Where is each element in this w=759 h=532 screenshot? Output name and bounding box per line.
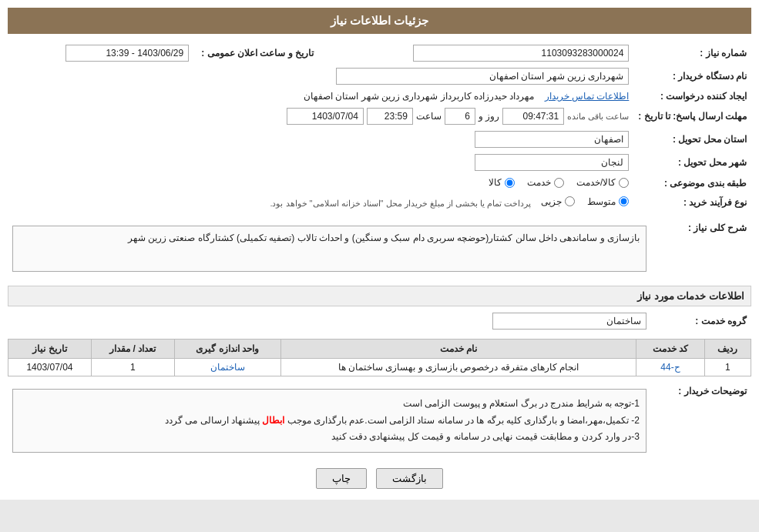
group-input: ساختمان <box>492 313 646 330</box>
cell-row: 1 <box>704 359 751 376</box>
remaining-label: ساعت باقی مانده <box>567 112 629 122</box>
province-value: اصفهان <box>8 128 633 151</box>
days-and-label: روز و <box>479 111 499 122</box>
group-table: گروه خدمت : ساختمان <box>8 309 751 333</box>
buyer-org-value: شهرداری زرین شهر استان اصفهان <box>8 65 633 88</box>
col-name: نام خدمت <box>280 340 636 359</box>
main-info-table: شماره نیاز : 1103093283000024 تاریخ و سا… <box>8 42 751 212</box>
process-radio-jozi[interactable] <box>565 196 575 206</box>
buyer-note-line: 3-در وارد کردن و مطابقت قیمت نهایی در سا… <box>19 429 640 446</box>
description-cell: بازسازی و ساماندهی داخل سالن کشتار(حوضچه… <box>8 218 651 279</box>
cell-date: 1403/07/04 <box>8 359 92 376</box>
col-row: ردیف <box>704 340 751 359</box>
announce-value: 1403/06/29 - 13:39 <box>8 42 193 65</box>
days-value: 6 <box>445 108 475 125</box>
creator-value-cell: اطلاعات تماس خریدار مهرداد حیدرزاده کارب… <box>8 88 633 105</box>
col-code: کد خدمت <box>636 340 705 359</box>
announce-input: 1403/06/29 - 13:39 <box>65 45 189 62</box>
buyer-org-label: نام دستگاه خریدار : <box>633 65 751 88</box>
creator-label: ایجاد کننده درخواست : <box>633 88 751 105</box>
deadline-row: ساعت باقی مانده 09:47:31 روز و 6 ساعت 23… <box>8 105 633 128</box>
group-value-cell: ساختمان <box>8 309 651 333</box>
table-row: 1 ح-44 انجام کارهای متفرقه درخصوص بازساز… <box>8 359 751 376</box>
remaining-time: 09:47:31 <box>502 108 564 125</box>
province-label: استان محل تحویل : <box>633 128 751 151</box>
cell-name: انجام کارهای متفرقه درخصوص بازسازی و بهس… <box>280 359 636 376</box>
group-label: گروه خدمت : <box>651 309 751 333</box>
deadline-date: 1403/07/04 <box>287 108 364 125</box>
city-value: لنجان <box>8 151 633 174</box>
category-option-kala[interactable]: کالا <box>489 177 515 188</box>
announce-label: تاریخ و ساعت اعلان عمومی : <box>193 42 318 65</box>
need-number-input: 1103093283000024 <box>413 45 629 62</box>
page-title: جزئیات اطلاعات نیاز <box>331 14 428 27</box>
buyer-notes-table: توضیحات خریدار : 1-توجه به شرایط مندرج د… <box>8 381 751 460</box>
creator-name: مهرداد حیدرزاده کاربرداز شهرداری زرین شه… <box>304 91 534 102</box>
buyer-org-input: شهرداری زرین شهر استان اصفهان <box>336 68 629 85</box>
button-row: بازگشت چاپ <box>8 468 751 489</box>
category-radio-group: کالا/خدمت خدمت کالا <box>489 177 629 188</box>
category-row: کالا/خدمت خدمت کالا <box>8 174 633 193</box>
buyer-note-line: 2- تکمیل،مهر،امضا و بارگذاری کلیه برگه ه… <box>19 413 640 430</box>
buyer-notes-content: 1-توجه به شرایط مندرج در برگ استعلام و پ… <box>12 389 646 453</box>
category-option-khedmat[interactable]: خدمت <box>527 177 564 188</box>
time-label: ساعت <box>416 111 442 122</box>
col-date: تاریخ نیاز <box>8 340 92 359</box>
services-section-title: اطلاعات خدمات مورد نیاز <box>8 286 751 306</box>
services-table: ردیف کد خدمت نام خدمت واحد اندازه گیری ت… <box>8 339 751 376</box>
process-radio-motavaset[interactable] <box>619 196 629 206</box>
province-input: اصفهان <box>475 131 629 148</box>
process-label: نوع فرآیند خرید : <box>633 193 751 212</box>
buyer-notes-cell: 1-توجه به شرایط مندرج در برگ استعلام و پ… <box>8 381 651 460</box>
deadline-label: مهلت ارسال پاسخ: تا تاریخ : <box>633 105 751 128</box>
city-label: شهر محل تحویل : <box>633 151 751 174</box>
process-radio-group: متوسط جزیی <box>541 196 629 207</box>
city-input: لنجان <box>475 154 629 171</box>
cell-qty: 1 <box>91 359 174 376</box>
need-number-label: شماره نیاز : <box>633 42 751 65</box>
description-table: شرح کلی نیاز : بازسازی و ساماندهی داخل س… <box>8 218 751 279</box>
page-header: جزئیات اطلاعات نیاز <box>8 8 751 34</box>
category-radio-khedmat[interactable] <box>554 178 564 188</box>
back-button[interactable]: بازگشت <box>376 468 443 489</box>
creator-contact-link[interactable]: اطلاعات تماس خریدار <box>545 91 630 102</box>
category-radio-kala-khedmat[interactable] <box>619 178 629 188</box>
services-header-row: ردیف کد خدمت نام خدمت واحد اندازه گیری ت… <box>8 340 751 359</box>
process-option-motavaset[interactable]: متوسط <box>587 196 629 207</box>
print-button[interactable]: چاپ <box>316 468 367 489</box>
process-option-jozi[interactable]: جزیی <box>541 196 575 207</box>
cell-code: ح-44 <box>636 359 705 376</box>
cell-unit: ساختمان <box>174 359 280 376</box>
category-radio-kala[interactable] <box>505 178 515 188</box>
col-unit: واحد اندازه گیری <box>174 340 280 359</box>
buyer-notes-label: توضیحات خریدار : <box>651 381 751 460</box>
process-note: پرداخت تمام یا بخشی از مبلغ خریدار محل "… <box>270 199 531 208</box>
buyer-note-line: 1-توجه به شرایط مندرج در برگ استعلام و پ… <box>19 396 640 413</box>
process-row: متوسط جزیی پرداخت تمام یا بخشی از مبلغ خ… <box>8 193 633 212</box>
col-qty: تعداد / مقدار <box>91 340 174 359</box>
description-text: بازسازی و ساماندهی داخل سالن کشتار(حوضچه… <box>12 226 646 272</box>
need-number-value: 1103093283000024 <box>318 42 633 65</box>
category-label: طبقه بندی موضوعی : <box>633 174 751 193</box>
deadline-time: 23:59 <box>367 108 413 125</box>
category-option-kala-khedmat[interactable]: کالا/خدمت <box>576 177 629 188</box>
description-label: شرح کلی نیاز : <box>651 218 751 279</box>
